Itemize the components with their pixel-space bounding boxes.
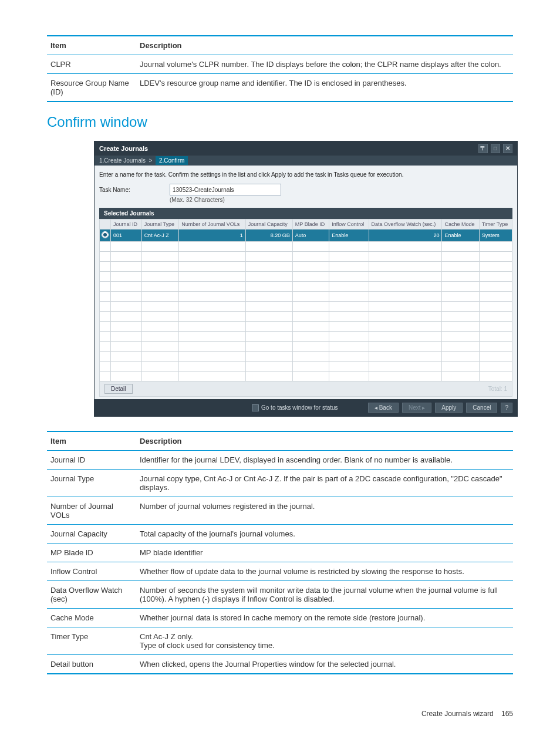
grid-cell: Enable xyxy=(442,229,479,242)
goto-tasks-label: Go to tasks window for status xyxy=(261,404,338,411)
table-cell: Resource Group Name (ID) xyxy=(47,74,136,102)
table-cell: Whether journal data is stored in cache … xyxy=(136,609,513,627)
filter-icon[interactable]: 〒 xyxy=(478,144,488,153)
selected-journals-header: Selected Journals xyxy=(99,208,512,219)
table-cell: MP Blade ID xyxy=(47,544,136,562)
table-cell: Inflow Control xyxy=(47,562,136,581)
selected-journals-grid: Journal ID Journal Type Number of Journa… xyxy=(99,219,512,382)
top-definition-table: Item Description CLPR Journal volume's C… xyxy=(47,35,513,102)
table-header-item: Item xyxy=(47,36,136,55)
grid-cell: System xyxy=(479,229,512,242)
table-cell: Number of journal volumes registered in … xyxy=(136,497,513,525)
table-cell: Journal Type xyxy=(47,470,136,497)
grid-header[interactable]: Journal ID xyxy=(111,220,142,229)
table-header-item: Item xyxy=(47,431,136,451)
row-radio[interactable] xyxy=(100,229,111,242)
table-row: Journal IDIdentifier for the journal LDE… xyxy=(47,451,513,470)
table-row: CLPR Journal volume's CLPR number. The I… xyxy=(47,55,513,74)
table-cell: Journal Capacity xyxy=(47,525,136,544)
table-cell: LDEV's resource group name and identifie… xyxy=(136,74,513,102)
grid-total-label: Total: 1 xyxy=(488,386,507,392)
table-cell: Timer Type xyxy=(47,627,136,655)
grid-header[interactable]: Timer Type xyxy=(479,220,512,229)
grid-header[interactable]: Data Overflow Watch (sec.) xyxy=(369,220,442,229)
page-number: 165 xyxy=(501,710,513,718)
table-cell: Journal copy type, Cnt Ac-J or Cnt Ac-J … xyxy=(136,470,513,497)
table-row: Inflow ControlWhether flow of update dat… xyxy=(47,562,513,581)
grid-header[interactable]: MP Blade ID xyxy=(292,220,329,229)
table-cell: Journal volume's CLPR number. The ID dis… xyxy=(136,55,513,74)
confirm-window-screenshot: Create Journals 〒 □ ✕ 1.Create Journals … xyxy=(94,141,518,417)
grid-cell: 1 xyxy=(179,229,246,242)
table-row: Number of Journal VOLsNumber of journal … xyxy=(47,497,513,525)
window-title: Create Journals xyxy=(99,145,148,152)
instruction-text: Enter a name for the task. Confirm the s… xyxy=(99,171,512,178)
table-header-description: Description xyxy=(136,431,513,451)
grid-cell: 001 xyxy=(111,229,142,242)
table-cell: Total capacity of the journal's journal … xyxy=(136,525,513,544)
table-cell: Whether flow of update data to the journ… xyxy=(136,562,513,581)
grid-cell: 20 xyxy=(369,229,442,242)
table-cell: Data Overflow Watch (sec) xyxy=(47,581,136,609)
next-button: Next ▸ xyxy=(402,403,431,413)
grid-header-select xyxy=(100,220,111,229)
table-row: Timer TypeCnt Ac-J Z only. Type of clock… xyxy=(47,627,513,655)
table-cell: When clicked, opens the Journal Properti… xyxy=(136,655,513,674)
breadcrumb-step-2: 2.Confirm xyxy=(156,156,188,165)
table-row: Cache ModeWhether journal data is stored… xyxy=(47,609,513,627)
table-row: Journal CapacityTotal capacity of the jo… xyxy=(47,525,513,544)
table-cell: Cache Mode xyxy=(47,609,136,627)
table-row: Data Overflow Watch (sec)Number of secon… xyxy=(47,581,513,609)
table-cell: Number of seconds the system will monito… xyxy=(136,581,513,609)
table-row: MP Blade IDMP blade identifier xyxy=(47,544,513,562)
grid-header[interactable]: Cache Mode xyxy=(442,220,479,229)
back-button[interactable]: ◂ Back xyxy=(368,403,399,413)
table-row: Detail buttonWhen clicked, opens the Jou… xyxy=(47,655,513,674)
task-name-hint: (Max. 32 Characters) xyxy=(170,197,225,203)
task-name-label: Task Name: xyxy=(99,187,170,193)
apply-button[interactable]: Apply xyxy=(435,403,463,413)
grid-cell: Enable xyxy=(329,229,369,242)
grid-cell: 8.20 GB xyxy=(245,229,292,242)
table-cell: Number of Journal VOLs xyxy=(47,497,136,525)
detail-button[interactable]: Detail xyxy=(104,384,133,394)
table-header-description: Description xyxy=(136,36,513,55)
grid-header[interactable]: Inflow Control xyxy=(329,220,369,229)
window-titlebar: Create Journals 〒 □ ✕ xyxy=(95,141,517,156)
checkbox-icon[interactable] xyxy=(252,404,259,411)
maximize-icon[interactable]: □ xyxy=(491,144,500,153)
goto-tasks-checkbox[interactable]: Go to tasks window for status xyxy=(252,404,338,411)
cancel-button[interactable]: Cancel xyxy=(466,403,497,413)
table-cell: Detail button xyxy=(47,655,136,674)
table-cell: Cnt Ac-J Z only. Type of clock used for … xyxy=(136,627,513,655)
close-icon[interactable]: ✕ xyxy=(503,144,512,153)
confirm-window-definition-table: Item Description Journal IDIdentifier fo… xyxy=(47,431,513,674)
table-row: Resource Group Name (ID) LDEV's resource… xyxy=(47,74,513,102)
grid-row[interactable]: 001 Cnt Ac-J Z 1 8.20 GB Auto Enable 20 … xyxy=(100,229,512,242)
grid-header[interactable]: Journal Type xyxy=(141,220,179,229)
grid-header[interactable]: Journal Capacity xyxy=(245,220,292,229)
grid-cell: Cnt Ac-J Z xyxy=(141,229,179,242)
grid-header[interactable]: Number of Journal VOLs xyxy=(179,220,246,229)
task-name-input[interactable] xyxy=(170,184,281,195)
grid-cell: Auto xyxy=(292,229,329,242)
table-cell: MP blade identifier xyxy=(136,544,513,562)
table-cell: Journal ID xyxy=(47,451,136,470)
wizard-breadcrumb: 1.Create Journals > 2.Confirm xyxy=(95,156,517,166)
table-cell: CLPR xyxy=(47,55,136,74)
breadcrumb-step-1[interactable]: 1.Create Journals xyxy=(99,157,146,164)
page-footer: Create Journals wizard 165 xyxy=(47,710,513,718)
table-cell: Identifier for the journal LDEV, display… xyxy=(136,451,513,470)
help-button[interactable]: ? xyxy=(501,403,512,413)
footer-text: Create Journals wizard xyxy=(421,710,494,718)
table-row: Journal TypeJournal copy type, Cnt Ac-J … xyxy=(47,470,513,497)
section-heading: Confirm window xyxy=(47,114,513,130)
